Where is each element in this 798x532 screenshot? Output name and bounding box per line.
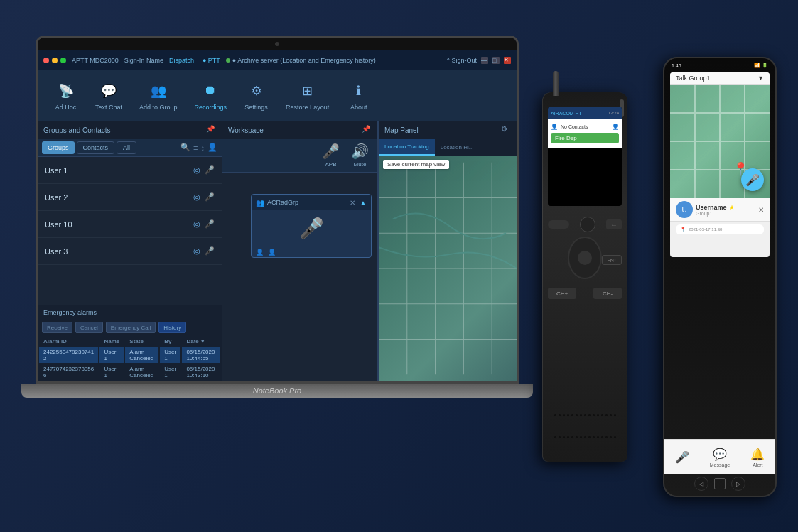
alarms-table: Alarm ID Name State By Date ▼: [38, 335, 222, 381]
radio-nav-pad[interactable]: [568, 237, 602, 279]
phone-home-bar: ◁ ▷: [691, 477, 748, 490]
phone-recent-btn[interactable]: ▷: [731, 477, 745, 491]
group-card-expand-btn[interactable]: ▲: [360, 199, 367, 207]
group-mic-icon[interactable]: 🎤: [299, 217, 324, 240]
phone-message-icon: 💬: [713, 447, 727, 461]
alarm-id-1: 2422550478230741 2: [39, 347, 98, 363]
alarms-toolbar: Receive Cancel Emergency Call History: [38, 320, 222, 335]
radio-ch-plus-btn[interactable]: CH+: [548, 288, 576, 299]
contact-item-user3[interactable]: User 3 ◎ 🎤: [38, 238, 222, 265]
phone-chat-header: U Username ★ Group1 ✕: [670, 198, 770, 222]
mute-action[interactable]: 🔊 Mute: [351, 143, 369, 168]
tab-location-history[interactable]: Location Hi...: [435, 139, 480, 156]
signout-label[interactable]: ^ Sign-Out: [447, 57, 477, 64]
main-content: Groups and Contacts 📌 Groups Contacts Al…: [38, 121, 517, 381]
mic-icon-user10[interactable]: 🎤: [205, 219, 215, 229]
col-name: Name: [99, 337, 124, 346]
ptt-indicator[interactable]: ● PTT: [203, 57, 220, 64]
workspace-panel-header: Workspace 📌: [222, 121, 377, 139]
contact-item-user2[interactable]: User 2 ◎ 🎤: [38, 184, 222, 211]
receive-btn[interactable]: Receive: [42, 322, 72, 333]
alarm-row-1[interactable]: 2422550478230741 2 User 1 Alarm Canceled…: [39, 347, 220, 363]
location-icon-user2: ◎: [193, 192, 200, 202]
toolbar-settings[interactable]: ⚙ Settings: [237, 77, 276, 115]
toolbar-restorelayout[interactable]: ⊞ Restore Layout: [279, 77, 336, 115]
tab-contacts[interactable]: Contacts: [77, 141, 115, 154]
alarm-by-1: User 1: [160, 347, 180, 363]
contact-list: User 1 ◎ 🎤 User 2 ◎ 🎤: [38, 157, 222, 305]
radio-fn-btn[interactable]: FN↑: [602, 255, 622, 265]
phone-msg-time: 2021-03-17 11:30: [689, 227, 722, 232]
phone-alert-icon: 🔔: [750, 447, 765, 461]
toolbar-textchat[interactable]: 💬 Text Chat: [88, 77, 129, 115]
radio-fire-btn[interactable]: Fire Dep: [551, 133, 619, 143]
contact-item-user1[interactable]: User 1 ◎ 🎤: [38, 157, 222, 184]
phone-alert-action[interactable]: 🔔 Alert: [750, 447, 765, 467]
phone-home-btn[interactable]: [714, 478, 726, 489]
contact-icons-user1: ◎ 🎤: [193, 165, 215, 175]
add-contact-icon[interactable]: 👤: [207, 143, 217, 152]
restore-window-btn[interactable]: □: [492, 57, 500, 64]
workspace-content: 👥 ACRadGrp ✕ ▲ 🎤 👤 👤: [222, 173, 377, 381]
apb-action[interactable]: 🎤 APB: [322, 143, 340, 168]
radio-nav-center: [578, 251, 592, 265]
addtogroup-label: Add to Group: [139, 104, 178, 111]
toolbar-adhoc[interactable]: 📡 Ad Hoc: [46, 77, 85, 115]
pin-icon[interactable]: 📌: [206, 125, 216, 135]
radio-person-icon: 👤: [612, 124, 619, 130]
toolbar-addtogroup[interactable]: 👥 Add to Group: [132, 77, 185, 115]
settings-icon: ⚙: [247, 81, 266, 101]
mute-icon: 🔊: [351, 143, 369, 160]
mic-icon-user2[interactable]: 🎤: [205, 192, 215, 202]
sort-icon[interactable]: ↕: [201, 143, 205, 152]
phone-message-action[interactable]: 💬 Message: [710, 447, 730, 467]
alarm-name-2: User 1: [99, 364, 124, 380]
toolbar-recordings[interactable]: ⏺ Recordings: [188, 77, 234, 115]
map-settings-icon[interactable]: ⚙: [501, 125, 511, 135]
search-icon[interactable]: 🔍: [180, 143, 190, 152]
ptt-float-btn[interactable]: 🎤: [741, 168, 764, 191]
close-btn[interactable]: [43, 58, 49, 63]
workspace-pin-icon[interactable]: 📌: [362, 125, 372, 135]
alarm-row-2[interactable]: 2477074232373956 6 User 1 Alarm Canceled…: [39, 364, 220, 380]
star-icon: ★: [729, 204, 735, 211]
contact-item-user10[interactable]: User 10 ◎ 🎤: [38, 211, 222, 238]
radio-row-fn: FN↑: [548, 237, 622, 283]
maximize-btn[interactable]: [60, 58, 66, 63]
laptop-base: NoteBook Pro: [21, 384, 533, 398]
radio-time: 12:24: [608, 111, 619, 115]
filter-icon[interactable]: ≡: [193, 143, 198, 152]
group-card-close-btn[interactable]: ✕: [350, 199, 355, 207]
radio-left-btn[interactable]: [548, 220, 569, 229]
laptop-brand-label: NoteBook Pro: [253, 386, 301, 395]
phone-talkgroup-label: Talk Group1: [676, 75, 711, 82]
tab-groups[interactable]: Groups: [42, 141, 75, 154]
close-window-btn[interactable]: ✕: [504, 57, 511, 64]
radio-center-btn[interactable]: [580, 217, 595, 232]
phone-screen: Talk Group1 ▼ 📍 🎤: [670, 72, 770, 257]
tab-location-tracking[interactable]: Location Tracking: [379, 139, 435, 156]
save-map-btn[interactable]: Save current map view: [383, 160, 449, 169]
radio-antenna: [553, 71, 559, 96]
recordings-icon: ⏺: [200, 81, 220, 101]
toolbar-about[interactable]: ℹ About: [339, 77, 378, 115]
phone-chat-close-btn[interactable]: ✕: [758, 206, 764, 214]
mic-icon-user3[interactable]: 🎤: [205, 246, 215, 256]
tab-all[interactable]: All: [117, 141, 136, 154]
apb-label: APB: [325, 161, 336, 168]
history-btn[interactable]: History: [158, 322, 186, 333]
radio-back-btn[interactable]: ←: [606, 219, 622, 229]
radio-ch-minus-btn[interactable]: CH-: [593, 288, 622, 299]
map-panel-header: Map Panel ⚙: [379, 121, 517, 139]
phone-mic-action[interactable]: 🎤: [675, 450, 689, 464]
adhoc-label: Ad Hoc: [55, 104, 77, 111]
cancel-btn[interactable]: Cancel: [75, 322, 103, 333]
mic-icon-user1[interactable]: 🎤: [205, 165, 215, 175]
phone-back-btn[interactable]: ◁: [694, 477, 708, 491]
phone-talkgroup-dropdown[interactable]: Talk Group1 ▼: [670, 72, 770, 85]
emergency-call-btn[interactable]: Emergency Call: [106, 322, 156, 333]
contact-name-user1: User 1: [45, 166, 193, 175]
minimize-btn[interactable]: [52, 58, 58, 63]
minimize-window-btn[interactable]: —: [481, 57, 488, 64]
textchat-icon: 💬: [99, 81, 119, 101]
